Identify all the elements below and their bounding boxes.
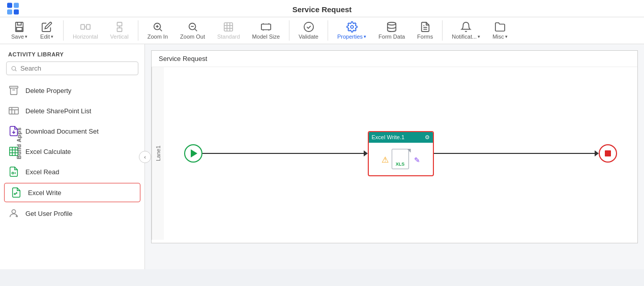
list-item[interactable]: Get User Profile [0,203,144,224]
svg-line-26 [15,70,16,71]
toolbar: Save▾ Edit▾ Horizontal Vertical Zoom In … [0,17,644,44]
svg-rect-29 [9,108,18,114]
title-bar: Service Request [0,0,644,17]
end-square-icon [605,150,611,156]
svg-point-20 [350,25,354,28]
warning-icon: ⚠ [382,155,389,165]
zoom-in-button[interactable]: Zoom In [142,19,173,42]
list-item[interactable]: Excel Read [0,162,144,182]
get-user-icon [7,207,20,220]
excel-write-node[interactable]: Excel Write.1 ⚙ ⚠ XLS ✎ [368,131,434,176]
start-event[interactable] [184,144,202,163]
canvas-area: Service Request Lane1 [145,44,644,269]
canvas-label: Service Request [152,51,637,67]
validate-button[interactable]: Validate [294,19,324,42]
connector-start-to-node [202,150,368,156]
collapse-sidebar-button[interactable]: ‹ [139,151,151,163]
activity-library-title: ACTIVITY LIBRARY [0,44,144,61]
svg-rect-14 [224,23,233,31]
svg-rect-1 [81,24,84,29]
svg-rect-4 [117,22,122,26]
list-item[interactable]: Delete Property [0,80,144,101]
search-box[interactable] [6,61,138,75]
activity-list: Delete Property Delete SharePoint List D… [0,80,144,269]
properties-button[interactable]: Properties▾ [332,19,371,42]
svg-point-21 [388,22,396,25]
end-event[interactable] [599,144,617,163]
lane-content: Excel Write.1 ⚙ ⚠ XLS ✎ [164,67,637,240]
lane-container: Lane1 Excel Write.1 ⚙ [152,67,637,240]
svg-rect-5 [117,28,122,31]
excel-read-icon [7,165,20,178]
svg-point-25 [12,66,16,70]
edit-button[interactable]: Edit▾ [35,19,59,42]
zoom-out-button[interactable]: Zoom Out [175,19,210,42]
svg-line-8 [160,29,162,31]
svg-line-12 [195,29,197,31]
lane-label: Lane1 [152,67,164,240]
horizontal-button[interactable]: Horizontal [68,19,103,42]
search-icon [11,65,17,72]
notifications-button[interactable]: Notificat...▾ [447,19,485,42]
node-gear-icon[interactable]: ⚙ [425,134,430,141]
xls-label: XLS [392,149,409,169]
connector-node-to-end [434,150,599,156]
svg-rect-19 [261,24,271,30]
build-apps-label: Build Apps [16,127,22,159]
excel-write-icon [10,186,23,199]
svg-rect-2 [86,24,90,29]
node-header: Excel Write.1 ⚙ [369,132,433,143]
forms-button[interactable]: Forms [412,19,438,42]
xls-file-icon: XLS [392,149,411,171]
svg-rect-27 [10,86,18,88]
model-size-button[interactable]: Model Size [247,19,285,42]
start-triangle-icon [191,149,197,157]
svg-point-41 [14,193,16,195]
page-title: Service Request [292,5,352,14]
delete-sharepoint-icon [7,104,20,117]
standard-button[interactable]: Standard [212,19,245,42]
form-data-button[interactable]: Form Data [373,19,410,42]
delete-property-icon [7,84,20,97]
save-button[interactable]: Save▾ [6,19,33,42]
list-item-excel-write[interactable]: Excel Write [4,183,140,202]
sidebar: Build Apps ACTIVITY LIBRARY Delete Prope… [0,44,145,269]
vertical-button[interactable]: Vertical [105,19,134,42]
edit-pencil-icon: ✎ [414,156,420,164]
svg-point-39 [12,172,14,174]
app-logo [7,3,19,14]
canvas-inner: Service Request Lane1 [151,50,638,243]
search-input[interactable] [20,65,134,72]
node-body: ⚠ XLS ✎ [369,143,433,175]
misc-button[interactable]: Misc▾ [487,19,513,42]
svg-point-42 [12,210,15,213]
list-item[interactable]: Delete SharePoint List [0,101,144,121]
main-layout: Build Apps ACTIVITY LIBRARY Delete Prope… [0,44,644,269]
